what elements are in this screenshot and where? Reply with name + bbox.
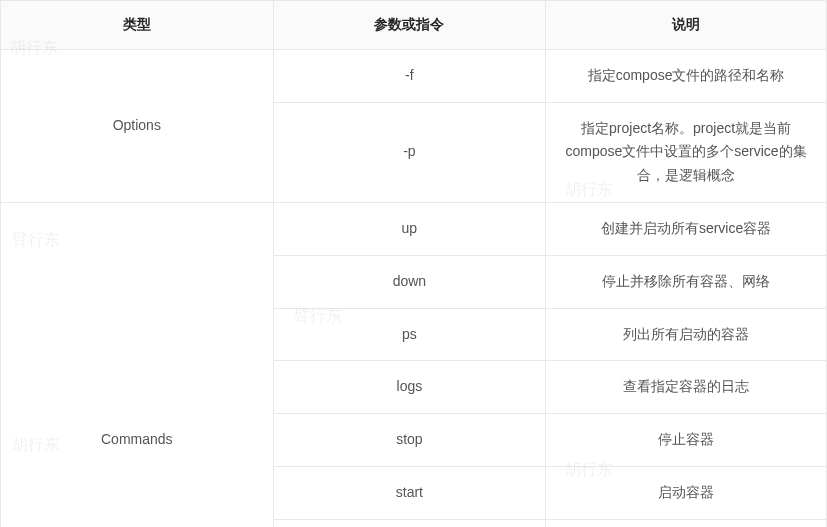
desc-cell: 创建并启动所有service容器: [546, 202, 827, 255]
desc-cell: 指定compose文件的路径和名称: [546, 49, 827, 102]
param-cell: logs: [273, 361, 546, 414]
header-param: 参数或指令: [273, 1, 546, 50]
type-cell-options: Options: [1, 49, 274, 202]
param-cell: -p: [273, 102, 546, 202]
header-desc: 说明: [546, 1, 827, 50]
table-row: Commands up 创建并启动所有service容器: [1, 202, 827, 255]
desc-cell: 停止容器: [546, 414, 827, 467]
table-row: Options -f 指定compose文件的路径和名称: [1, 49, 827, 102]
header-row: 类型 参数或指令 说明: [1, 1, 827, 50]
table-container: 类型 参数或指令 说明 Options -f 指定compose文件的路径和名称…: [0, 0, 827, 527]
header-type: 类型: [1, 1, 274, 50]
param-cell: start: [273, 466, 546, 519]
param-cell: down: [273, 255, 546, 308]
desc-cell: 重启容器: [546, 519, 827, 527]
desc-cell: 指定project名称。project就是当前compose文件中设置的多个se…: [546, 102, 827, 202]
desc-cell: 列出所有启动的容器: [546, 308, 827, 361]
param-cell: up: [273, 202, 546, 255]
param-cell: restart: [273, 519, 546, 527]
desc-cell: 停止并移除所有容器、网络: [546, 255, 827, 308]
desc-cell: 查看指定容器的日志: [546, 361, 827, 414]
table-header: 类型 参数或指令 说明: [1, 1, 827, 50]
param-cell: ps: [273, 308, 546, 361]
table-body: Options -f 指定compose文件的路径和名称 -p 指定projec…: [1, 49, 827, 527]
desc-cell: 启动容器: [546, 466, 827, 519]
param-cell: -f: [273, 49, 546, 102]
type-cell-commands: Commands: [1, 202, 274, 527]
reference-table: 类型 参数或指令 说明 Options -f 指定compose文件的路径和名称…: [0, 0, 827, 527]
param-cell: stop: [273, 414, 546, 467]
